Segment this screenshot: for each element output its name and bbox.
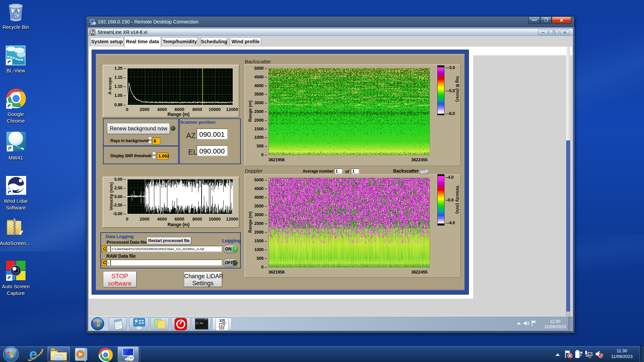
svg-text:C:\: C:\ xyxy=(196,322,202,325)
